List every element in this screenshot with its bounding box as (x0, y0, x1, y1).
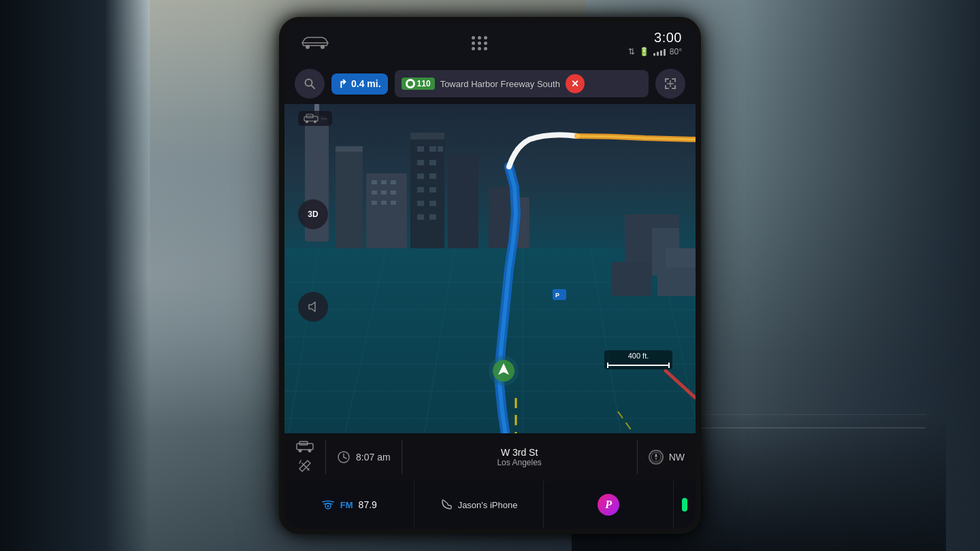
3d-view-button[interactable]: 3D (298, 199, 328, 229)
bottom-left-controls (284, 440, 325, 474)
svg-rect-30 (372, 190, 377, 195)
svg-point-1 (321, 45, 325, 49)
apps-dot (478, 36, 481, 39)
svg-rect-33 (372, 201, 377, 205)
svg-line-3 (312, 86, 315, 89)
svg-rect-48 (429, 201, 436, 206)
svg-marker-84 (655, 453, 657, 457)
pandora-icon: P (598, 494, 619, 516)
svg-text:P: P (555, 292, 559, 299)
app-dock: FM 87.9 Jason's iPhone P (284, 481, 696, 529)
svg-rect-38 (417, 146, 424, 152)
svg-point-75 (314, 120, 316, 123)
car-icon (298, 33, 332, 52)
route-pill: 110 Toward Harbor Freeway South ✕ (395, 70, 649, 97)
signal-bar-2 (657, 52, 659, 56)
svg-rect-25 (336, 146, 363, 152)
svg-text:400 ft.: 400 ft. (628, 352, 649, 360)
close-icon: ✕ (571, 78, 579, 89)
direction-pill: ↱ 0.4 mi. (331, 73, 388, 95)
apps-dot (484, 47, 487, 50)
city-name: Los Angeles (409, 458, 630, 467)
apps-button[interactable] (472, 36, 488, 50)
nav-bar: ↱ 0.4 mi. 110 Toward Harbor Freeway Sout… (284, 63, 696, 104)
temperature-display: 80° (670, 47, 682, 56)
svg-rect-49 (417, 214, 424, 220)
signal-bars (653, 48, 666, 56)
fullscreen-button[interactable] (655, 69, 685, 99)
volume-icon (306, 300, 320, 314)
time-section: 8:07 am (326, 450, 402, 464)
svg-rect-44 (429, 173, 436, 179)
svg-rect-37 (410, 133, 444, 139)
highway-badge: 110 (402, 78, 435, 90)
svg-rect-45 (417, 187, 424, 193)
main-screen: 3:00 ⇅ 🔋 80° (279, 17, 701, 534)
fullscreen-icon (664, 78, 676, 90)
compass-section: NW (638, 450, 696, 465)
svg-rect-57 (611, 262, 652, 296)
svg-rect-32 (391, 190, 396, 195)
compass-direction: NW (669, 452, 685, 463)
phone-device-label: Jason's iPhone (458, 500, 518, 510)
volume-button[interactable] (298, 292, 328, 322)
radio-frequency: 87.9 (359, 499, 377, 510)
apps-dot (472, 41, 475, 45)
dock-phone[interactable]: Jason's iPhone (414, 481, 544, 529)
settings-icon[interactable] (297, 458, 313, 474)
svg-point-78 (299, 449, 302, 452)
apps-dot (484, 36, 487, 39)
traffic-icon (304, 114, 318, 123)
phone-icon (440, 499, 453, 511)
status-time: 3:00 (654, 30, 682, 46)
svg-rect-29 (391, 180, 396, 184)
dock-indicator (674, 481, 696, 529)
radio-type-label: FM (340, 500, 353, 510)
svg-rect-52 (489, 187, 509, 248)
svg-point-74 (306, 120, 308, 123)
traffic-dots: ··· (321, 115, 327, 122)
nav-close-button[interactable]: ✕ (566, 74, 585, 93)
dock-pandora[interactable]: P (544, 481, 674, 529)
svg-rect-24 (336, 146, 363, 248)
svg-point-79 (308, 449, 312, 452)
map-area[interactable]: P 400 ft. 3D (284, 104, 696, 433)
3d-label: 3D (308, 210, 318, 219)
svg-line-82 (344, 457, 346, 458)
status-bar: 3:00 ⇅ 🔋 80° (284, 22, 696, 63)
search-button[interactable] (295, 69, 325, 99)
status-indicator (682, 498, 687, 512)
nav-toward-text: Toward Harbor Freeway South (440, 79, 560, 89)
svg-rect-51 (448, 153, 478, 248)
vehicle-icon (295, 440, 314, 454)
radio-icon (321, 499, 335, 510)
svg-rect-27 (372, 180, 377, 184)
svg-rect-35 (391, 201, 396, 205)
svg-rect-43 (417, 173, 424, 179)
apps-dot (472, 47, 475, 50)
signal-bar-1 (653, 53, 655, 56)
svg-point-87 (327, 505, 329, 507)
battery-icon: 🔋 (639, 47, 649, 56)
traffic-indicator: ··· (298, 111, 332, 126)
screen-content: 3:00 ⇅ 🔋 80° (284, 22, 696, 529)
apps-dot (478, 41, 481, 45)
signal-bar-4 (664, 49, 666, 56)
svg-rect-42 (429, 160, 436, 165)
svg-rect-39 (429, 146, 436, 152)
status-icons: ⇅ 🔋 80° (628, 47, 682, 56)
highway-number: 110 (417, 79, 431, 88)
apps-dot (484, 41, 487, 45)
svg-rect-34 (381, 201, 387, 205)
street-name: W 3rd St (409, 447, 630, 458)
dock-radio[interactable]: FM 87.9 (284, 481, 414, 529)
svg-rect-26 (366, 173, 407, 248)
compass-icon (649, 450, 664, 465)
left-controls: 3D (298, 199, 328, 322)
svg-rect-58 (657, 267, 696, 296)
data-transfer-icon: ⇅ (628, 47, 635, 56)
svg-rect-41 (417, 160, 424, 165)
search-icon (304, 78, 316, 90)
signal-bar-3 (660, 50, 662, 56)
apps-dot (478, 47, 481, 50)
